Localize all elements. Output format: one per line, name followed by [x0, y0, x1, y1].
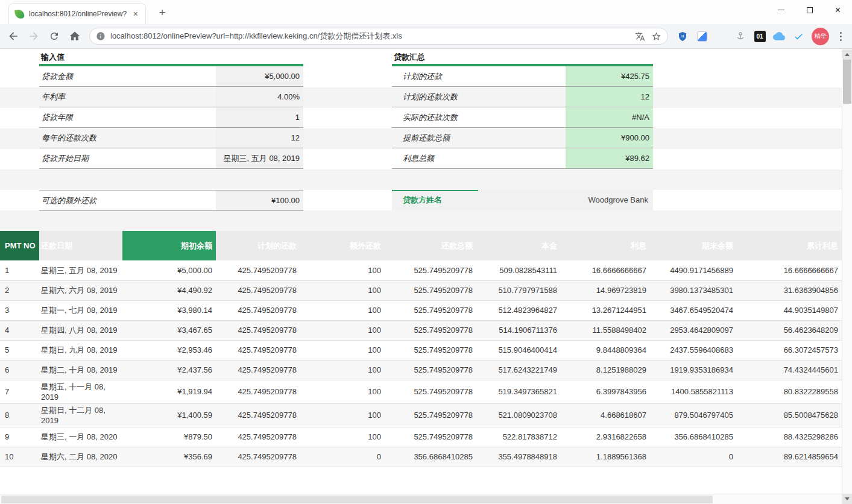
cloud-extension-icon[interactable] [771, 28, 787, 45]
spreadsheet-preview: 输入值 贷款汇总 贷款金额 ¥5,000.00 年利率 4.00% [0, 49, 842, 504]
ring-extension-icon[interactable] [713, 28, 730, 45]
cell-scheduled-payment: 425.7495209778 [216, 403, 300, 427]
back-arrow-icon [7, 30, 19, 42]
input-value: 1 [216, 107, 303, 127]
cell-principal: 512.4823964827 [476, 300, 561, 320]
input-label: 每年的还款次数 [39, 128, 216, 148]
back-button[interactable] [4, 27, 23, 46]
cell-total-payment: 525.7495209778 [385, 280, 476, 300]
translate-extension-icon[interactable] [693, 28, 710, 45]
cell-total-payment: 525.7495209778 [385, 360, 476, 380]
cell-scheduled-payment: 425.7495209778 [216, 427, 300, 447]
translate-page-icon[interactable] [635, 31, 645, 42]
window-maximize-button[interactable] [795, 0, 824, 20]
address-bar[interactable]: localhost:8012/onlinePreview?url=http://… [89, 28, 668, 45]
check-extension-icon[interactable] [790, 28, 807, 45]
cell-payment-date: 星期一, 七月 08, 2019 [39, 300, 122, 320]
cell-interest: 1.1889561368 [561, 447, 650, 467]
cell-interest: 2.9316822658 [561, 427, 650, 447]
cell-ending-balance: 2953.4642809097 [650, 320, 737, 340]
close-icon: × [835, 5, 841, 15]
cell-interest: 13.2671244951 [561, 300, 650, 320]
badge-01-extension-icon[interactable]: 01 [751, 28, 768, 45]
summary-value: ¥89.62 [566, 148, 653, 168]
cell-total-payment: 525.7495209778 [385, 427, 476, 447]
home-button[interactable] [65, 27, 84, 46]
scroll-up-button[interactable] [842, 49, 852, 60]
cell-total-payment: 525.7495209778 [385, 403, 476, 427]
browser-tab[interactable]: localhost:8012/onlinePreview? × [8, 3, 146, 24]
cell-principal: 514.1906711376 [476, 320, 561, 340]
input-row: 贷款金额 ¥5,000.00 [39, 66, 303, 87]
summary-row: 利息总额 ¥89.62 [392, 148, 653, 169]
input-value: 12 [216, 128, 303, 148]
page-info-icon[interactable] [96, 31, 106, 41]
schedule-row: 5 星期日, 九月 08, 2019 ¥2,953.46 425.7495209… [0, 340, 842, 360]
cell-cumulative-interest: 31.6363904856 [737, 280, 842, 300]
input-label: 贷款金额 [39, 66, 216, 86]
cell-interest: 8.1251988029 [561, 360, 650, 380]
cell-pmt-no: 7 [0, 380, 39, 403]
cell-payment-date: 星期日, 十二月 08, 2019 [39, 403, 122, 427]
profile-avatar[interactable]: 精华 [812, 28, 829, 45]
summary-label: 提前还款总额 [392, 128, 566, 148]
input-table: 贷款金额 ¥5,000.00 年利率 4.00% 贷款年限 1 每年的 [39, 66, 303, 169]
summary-label: 计划的还款 [392, 66, 566, 86]
tab-close-icon[interactable]: × [132, 10, 139, 18]
scroll-down-button[interactable] [842, 494, 852, 504]
summary-label: 计划的还款次数 [392, 87, 566, 107]
cell-scheduled-payment: 425.7495209778 [216, 380, 300, 403]
cell-ending-balance: 2437.5596408683 [650, 340, 737, 360]
cell-principal: 521.0809023708 [476, 403, 561, 427]
cell-principal: 519.3497365821 [476, 380, 561, 403]
cell-ending-balance: 0 [650, 447, 737, 467]
cell-ending-balance: 356.6868410285 [650, 427, 737, 447]
extra-payment-label: 可选的额外还款 [39, 191, 216, 210]
amortization-table: PMT NO 还款日期 期初余额 计划的还款 额外还款 还款总额 本金 利息 期… [0, 231, 842, 467]
cell-opening-balance: ¥1,919.94 [122, 380, 216, 403]
cell-pmt-no: 6 [0, 360, 39, 380]
cell-pmt-no: 10 [0, 447, 39, 467]
cell-opening-balance: ¥356.69 [122, 447, 216, 467]
cell-scheduled-payment: 425.7495209778 [216, 360, 300, 380]
shield-extension-icon[interactable]: u [674, 28, 691, 45]
cell-payment-date: 星期三, 一月 08, 2020 [39, 427, 122, 447]
refresh-button[interactable] [45, 27, 64, 46]
lender-label: 贷款方姓名 [392, 190, 478, 210]
cell-opening-balance: ¥5,000.00 [122, 260, 216, 280]
horizontal-scrollbar-thumb[interactable] [1, 496, 713, 503]
anchor-extension-icon[interactable] [732, 28, 749, 45]
cell-total-payment: 356.6868410285 [385, 447, 476, 467]
lender-row: 贷款方姓名 Woodgrove Bank [392, 190, 653, 210]
forward-button[interactable] [24, 27, 43, 46]
cell-principal: 355.4978848918 [476, 447, 561, 467]
new-tab-button[interactable]: + [154, 5, 170, 21]
input-label: 贷款开始日期 [39, 148, 216, 168]
cell-payment-date: 星期五, 十一月 08, 2019 [39, 380, 122, 403]
horizontal-scrollbar[interactable] [0, 494, 842, 504]
cell-cumulative-interest: 44.9035149807 [737, 300, 842, 320]
summary-row: 提前还款总额 ¥900.00 [392, 128, 653, 148]
cell-extra-payment: 100 [300, 300, 385, 320]
vertical-scrollbar-thumb[interactable] [843, 60, 851, 104]
extra-payment-row: 可选的额外还款 ¥100.00 [39, 190, 303, 211]
cell-extra-payment: 100 [300, 403, 385, 427]
bookmark-star-icon[interactable] [651, 31, 661, 42]
cell-scheduled-payment: 425.7495209778 [216, 260, 300, 280]
cell-total-payment: 525.7495209778 [385, 300, 476, 320]
input-value: 星期三, 五月 08, 2019 [216, 148, 303, 168]
cell-extra-payment: 100 [300, 320, 385, 340]
window-close-button[interactable]: × [824, 0, 852, 20]
chrome-menu-button[interactable] [833, 28, 848, 45]
window-minimize-button[interactable] [767, 0, 795, 20]
summary-value: #N/A [566, 107, 653, 127]
cell-cumulative-interest: 88.4325298286 [737, 427, 842, 447]
row-stripe [0, 169, 842, 190]
ring-icon [717, 32, 726, 41]
header-cumulative-interest: 累计利息 [737, 231, 842, 260]
cell-opening-balance: ¥3,467.65 [122, 320, 216, 340]
vertical-scrollbar[interactable] [842, 49, 852, 504]
cell-payment-date: 星期三, 五月 08, 2019 [39, 260, 122, 280]
lender-value: Woodgrove Bank [478, 190, 653, 210]
cell-scheduled-payment: 425.7495209778 [216, 340, 300, 360]
